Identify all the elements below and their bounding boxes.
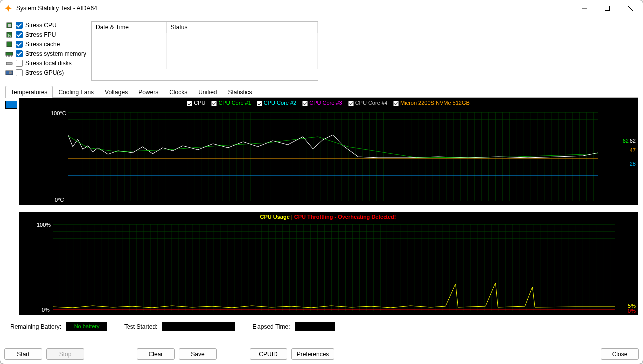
save-button[interactable]: Save — [179, 348, 217, 360]
button-row: Start Stop Clear Save CPUID Preferences … — [0, 346, 643, 364]
stress-label: Stress local disks — [25, 60, 72, 67]
stress-item-ram: Stress system memory — [5, 50, 86, 58]
stress-item-gpu: Stress GPU(s) — [5, 69, 86, 77]
stress-checkbox[interactable] — [16, 60, 23, 67]
left-strip — [5, 98, 19, 315]
clear-button[interactable]: Clear — [137, 348, 175, 360]
svg-rect-14 — [6, 62, 12, 65]
stress-checkbox[interactable] — [16, 69, 23, 76]
tab-unified[interactable]: Unified — [193, 86, 222, 98]
svg-rect-17 — [68, 112, 598, 201]
svg-rect-9 — [6, 52, 13, 55]
app-icon — [4, 4, 12, 12]
app-window: System Stability Test - AIDA64 Stress CP… — [0, 0, 643, 364]
tab-powers[interactable]: Powers — [133, 86, 164, 98]
legend-item[interactable]: CPU Core #4 — [348, 100, 387, 106]
log-table: Date & Time Status — [91, 21, 318, 81]
tab-temperatures[interactable]: Temperatures — [5, 86, 53, 98]
minimize-button[interactable] — [573, 0, 596, 16]
stress-options: Stress CPU%Stress FPUStress cacheStress … — [5, 21, 86, 81]
fpu-icon: % — [5, 31, 13, 39]
gpu-icon — [5, 69, 13, 77]
legend-checkbox[interactable] — [393, 101, 399, 106]
legend-item[interactable]: CPU Core #3 — [302, 100, 342, 106]
log-header-date: Date & Time — [92, 22, 166, 33]
battery-label: Remaining Battery: — [10, 323, 61, 330]
stop-button[interactable]: Stop — [46, 348, 84, 360]
maximize-button[interactable] — [596, 0, 619, 16]
close-window-button[interactable] — [619, 0, 642, 16]
temp-y-max: 100°C — [51, 110, 66, 116]
cpu-icon — [5, 21, 13, 29]
start-button[interactable]: Start — [4, 348, 42, 360]
usage-y-max: 100% — [37, 222, 51, 228]
usage-sep: | — [291, 214, 293, 220]
svg-point-16 — [9, 71, 12, 74]
charts-col: CPUCPU Core #1CPU Core #2CPU Core #3CPU … — [19, 98, 638, 315]
legend-checkbox[interactable] — [302, 101, 308, 106]
usage-title-a: CPU Usage — [260, 214, 289, 220]
cpuid-button[interactable]: CPUID — [250, 348, 287, 360]
tab-cooling-fans[interactable]: Cooling Fans — [53, 86, 99, 98]
elapsed-value — [295, 322, 335, 331]
stress-checkbox[interactable] — [16, 50, 23, 57]
legend-checkbox[interactable] — [211, 101, 217, 106]
charts-row: CPUCPU Core #1CPU Core #2CPU Core #3CPU … — [5, 98, 638, 315]
svg-rect-1 — [605, 6, 610, 11]
elapsed-label: Elapsed Time: — [252, 323, 290, 330]
sensor-strip-item[interactable] — [5, 101, 17, 109]
legend-label: Micron 2200S NVMe 512GB — [400, 100, 470, 106]
legend-label: CPU — [194, 100, 205, 106]
stress-checkbox[interactable] — [16, 31, 23, 38]
temp-reading: 62 — [623, 138, 629, 144]
legend-checkbox[interactable] — [257, 101, 262, 106]
legend-item[interactable]: CPU Core #1 — [211, 100, 251, 106]
legend-checkbox[interactable] — [187, 101, 192, 106]
svg-text:%: % — [7, 33, 11, 38]
preferences-button[interactable]: Preferences — [291, 348, 334, 360]
tab-voltages[interactable]: Voltages — [99, 86, 133, 98]
legend-label: CPU Core #4 — [355, 100, 387, 106]
tab-statistics[interactable]: Statistics — [223, 86, 257, 98]
legend-checkbox[interactable] — [348, 101, 354, 106]
stress-label: Stress GPU(s) — [25, 69, 64, 76]
svg-rect-20 — [53, 224, 615, 311]
ram-icon — [5, 50, 13, 58]
top-row: Stress CPU%Stress FPUStress cacheStress … — [5, 21, 638, 81]
usage-reading: 0% — [628, 308, 636, 314]
stress-item-cache: Stress cache — [5, 40, 86, 48]
usage-y-min: 0% — [42, 307, 50, 313]
usage-chart: CPU Usage | CPU Throttling - Overheating… — [19, 212, 638, 315]
cache-icon — [5, 40, 13, 48]
temperature-chart: CPUCPU Core #1CPU Core #2CPU Core #3CPU … — [19, 98, 638, 205]
legend-item[interactable]: CPU — [187, 100, 205, 106]
stress-label: Stress CPU — [25, 22, 57, 29]
legend-label: CPU Core #2 — [264, 100, 296, 106]
stress-label: Stress FPU — [25, 31, 56, 38]
stress-label: Stress cache — [25, 41, 60, 48]
usage-title-b: CPU Throttling - Overheating Detected! — [294, 214, 396, 220]
disk-icon — [5, 59, 13, 67]
legend-item[interactable]: Micron 2200S NVMe 512GB — [393, 100, 470, 106]
status-row: Remaining Battery: No battery Test Start… — [5, 315, 638, 338]
tab-bar: TemperaturesCooling FansVoltagesPowersCl… — [5, 86, 638, 98]
stress-checkbox[interactable] — [16, 41, 23, 48]
window-title: System Stability Test - AIDA64 — [16, 5, 97, 12]
legend-label: CPU Core #1 — [218, 100, 251, 106]
temp-legend: CPUCPU Core #1CPU Core #2CPU Core #3CPU … — [19, 100, 638, 106]
stress-item-cpu: Stress CPU — [5, 21, 86, 29]
tab-clocks[interactable]: Clocks — [164, 86, 193, 98]
close-button[interactable]: Close — [601, 348, 639, 360]
legend-item[interactable]: CPU Core #2 — [257, 100, 296, 106]
usage-legend: CPU Usage | CPU Throttling - Overheating… — [19, 214, 638, 220]
stress-checkbox[interactable] — [16, 22, 23, 29]
log-header-status: Status — [166, 22, 318, 33]
temp-reading: 28 — [630, 161, 636, 167]
temp-reading: 62 — [630, 138, 636, 144]
started-value — [162, 322, 235, 331]
stress-item-fpu: %Stress FPU — [5, 31, 86, 39]
temp-y-min: 0°C — [55, 197, 64, 203]
content-area: Stress CPU%Stress FPUStress cacheStress … — [0, 16, 643, 346]
started-label: Test Started: — [124, 323, 157, 330]
usage-grid — [53, 224, 615, 311]
